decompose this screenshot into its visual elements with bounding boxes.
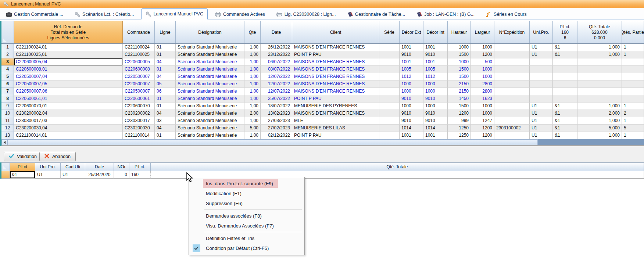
cell-n_expedition[interactable] xyxy=(494,58,530,66)
cell-largeur[interactable]: 1200 xyxy=(471,125,494,132)
tab-series-en-cours[interactable]: Séries en Cours xyxy=(482,10,531,19)
cell-serie[interactable] xyxy=(379,80,400,88)
cell-uni_pro[interactable] xyxy=(530,58,553,66)
pilot-cell-uni-pro[interactable]: U1 xyxy=(35,171,61,179)
cell-serie[interactable] xyxy=(379,110,400,117)
cell-qte_totale[interactable]: 1,000 xyxy=(577,51,622,58)
cell-client[interactable]: MAISONS D'EN FRANCE RENNES xyxy=(292,44,379,51)
cell-serie[interactable] xyxy=(379,58,400,66)
cell-client[interactable]: MAISONS D'EN FRANCE RENNES xyxy=(292,80,379,88)
pilot-row-indicator[interactable] xyxy=(1,171,10,179)
cell-serie[interactable] xyxy=(379,73,400,80)
tab-gestion-commerciale[interactable]: Gestion Commerciale ... xyxy=(2,10,67,19)
cell-decor_int[interactable]: 1001 xyxy=(423,58,448,66)
cell-date[interactable]: 26/12/2022 xyxy=(261,44,292,51)
pilot-cell-p-lct[interactable]: 160 xyxy=(129,171,151,179)
column-header-largeur[interactable]: Largeur xyxy=(471,21,494,43)
cell-n_expedition[interactable] xyxy=(494,66,530,73)
cell-p_lct[interactable] xyxy=(553,73,577,80)
cell-ref[interactable]: C230200002,04 xyxy=(14,110,123,117)
cell-largeur[interactable]: 500 xyxy=(471,58,494,66)
abandon-button[interactable]: Abandon xyxy=(39,152,76,161)
cell-hauteur[interactable]: 1200 xyxy=(448,110,471,117)
cell-ligne[interactable]: 03 xyxy=(155,117,176,125)
cell-p_lct[interactable]: &1 xyxy=(553,125,577,132)
cell-largeur[interactable]: 1000 xyxy=(471,103,494,110)
pilot-select-all-corner[interactable] xyxy=(1,163,10,171)
column-header-uni_pro[interactable]: Uni.Pro. xyxy=(530,21,553,43)
cell-decor_ext[interactable]: 9010 xyxy=(400,95,423,103)
cell-qte[interactable]: 1,00 xyxy=(244,103,261,110)
cell-decor_ext[interactable]: 1000 xyxy=(400,103,423,110)
cell-qte[interactable]: 1,00 xyxy=(244,66,261,73)
cell-designation[interactable]: Scénario Standard Menuiserie xyxy=(176,125,244,132)
row-number-cell[interactable]: 8 xyxy=(1,95,14,103)
cell-qtes_partiel[interactable] xyxy=(622,80,644,88)
pilot-column-header-date[interactable]: Date xyxy=(85,163,114,171)
cell-designation[interactable]: Scénario Standard Menuiserie xyxy=(176,44,244,51)
cell-client[interactable]: MAISONS D'EN FRANCE RENNES xyxy=(292,58,379,66)
cell-uni_pro[interactable]: U1 xyxy=(530,51,553,58)
cell-decor_ext[interactable]: 1000 xyxy=(400,88,423,95)
cell-uni_pro[interactable] xyxy=(530,88,553,95)
pilot-column-header-p-lct[interactable]: P.Lct. xyxy=(129,163,151,171)
cell-hauteur[interactable]: 1450 xyxy=(448,95,471,103)
cell-hauteur[interactable]: 1000 xyxy=(448,58,471,66)
menu-item-modification-f1[interactable]: Modification (F1) xyxy=(190,189,304,198)
cell-qtes_partiel[interactable]: 1 xyxy=(622,117,644,125)
cell-uni_pro[interactable]: U1 xyxy=(530,110,553,117)
cell-n_expedition[interactable] xyxy=(494,73,530,80)
menu-item-visu-demandes-associees-f7[interactable]: Visu. Demandes Associées (F7) xyxy=(190,221,304,231)
cell-client[interactable]: MLE xyxy=(292,117,379,125)
cell-client[interactable]: POINT P PAU xyxy=(292,51,379,58)
cell-date[interactable]: 08/07/2022 xyxy=(261,66,292,73)
cell-uni_pro[interactable]: U1 xyxy=(530,117,553,125)
cell-designation[interactable]: Scénario Standard Menuiserie xyxy=(176,132,244,139)
pilot-column-header-cad-uti[interactable]: Cad.Uti xyxy=(61,163,85,171)
cell-ligne[interactable]: 01 xyxy=(155,66,176,73)
cell-qte[interactable]: 1,00 xyxy=(244,44,261,51)
cell-decor_ext[interactable]: 1001 xyxy=(400,58,423,66)
cell-uni_pro[interactable] xyxy=(530,95,553,103)
cell-p_lct[interactable]: &1 xyxy=(553,103,577,110)
cell-ligne[interactable]: 01 xyxy=(155,132,176,139)
cell-serie[interactable] xyxy=(379,117,400,125)
cell-client[interactable]: MENUISERIE DES LILAS xyxy=(292,125,379,132)
cell-p_lct[interactable] xyxy=(553,88,577,95)
cell-qte_totale[interactable] xyxy=(577,66,622,73)
row-number-cell[interactable]: 7 xyxy=(1,88,14,95)
cell-uni_pro[interactable]: U1 xyxy=(530,44,553,51)
row-number-cell[interactable]: 1 xyxy=(1,44,14,51)
cell-qte_totale[interactable] xyxy=(577,58,622,66)
column-header-decor_ext[interactable]: Décor Ext xyxy=(400,21,423,43)
cell-qte[interactable]: 1,00 xyxy=(244,80,261,88)
column-header-qte_totale[interactable]: Qté. Totale628.0000.000 xyxy=(577,21,622,43)
cell-n_expedition[interactable] xyxy=(494,95,530,103)
cell-ref[interactable]: C220600070,01 xyxy=(14,103,123,110)
cell-ligne[interactable]: 05 xyxy=(155,80,176,88)
pilot-column-header-qte-totale[interactable]: Qté. Totale xyxy=(151,163,644,171)
cell-qtes_partiel[interactable] xyxy=(622,73,644,80)
pilot-column-header-nor[interactable]: NOr xyxy=(114,163,129,171)
cell-commande[interactable]: C221100025 xyxy=(123,51,155,58)
cell-commande[interactable]: C221100014 xyxy=(123,132,155,139)
cell-client[interactable]: POINT P PAU xyxy=(292,95,379,103)
cell-designation[interactable]: Scénario Standard Menuiserie xyxy=(176,103,244,110)
pilot-cell-p-lct[interactable]: &1 xyxy=(10,171,35,179)
cell-client[interactable]: MAISONS D'EN FRANCE RENNES xyxy=(292,88,379,95)
cell-n_expedition[interactable] xyxy=(494,132,530,139)
tab-gestionnaire-de-tache[interactable]: Gestionnaire de Tâche... xyxy=(343,10,409,19)
cell-decor_int[interactable]: 1000 xyxy=(423,80,448,88)
cell-largeur[interactable]: 1200 xyxy=(471,132,494,139)
cell-date[interactable]: 23/12/2022 xyxy=(261,51,292,58)
cell-p_lct[interactable] xyxy=(553,66,577,73)
row-number-cell[interactable]: 5 xyxy=(1,73,14,80)
cell-designation[interactable]: Scénario Standard Menuiserie xyxy=(176,95,244,103)
cell-p_lct[interactable]: &1 xyxy=(553,132,577,139)
cell-commande[interactable]: C220500007 xyxy=(123,88,155,95)
cell-p_lct[interactable] xyxy=(553,58,577,66)
column-header-decor_int[interactable]: Décor Int xyxy=(423,21,448,43)
cell-n_expedition[interactable] xyxy=(494,110,530,117)
cell-client[interactable]: POINT P PAU xyxy=(292,132,379,139)
tab-commandes-actives[interactable]: Commandes Actives xyxy=(211,10,269,19)
